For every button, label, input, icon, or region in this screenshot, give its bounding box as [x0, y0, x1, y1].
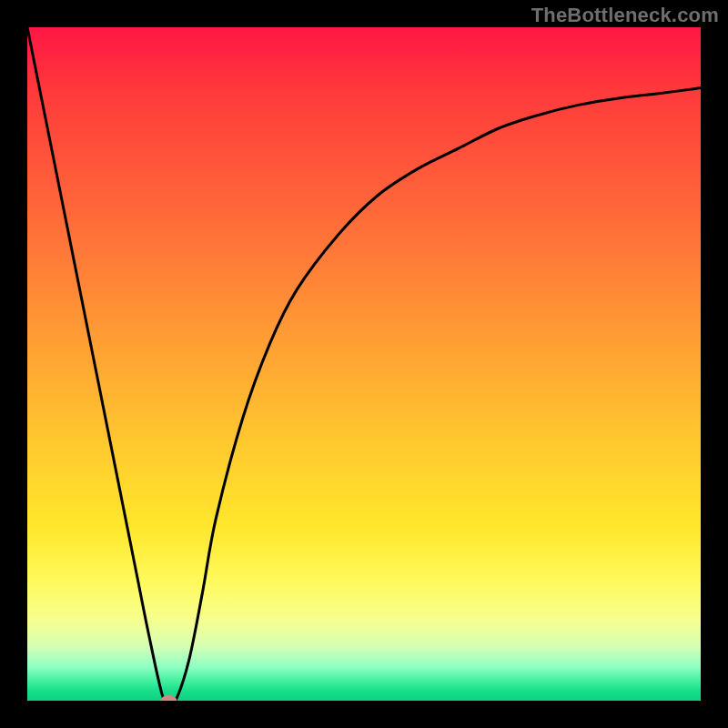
- bottleneck-curve: [27, 27, 701, 701]
- curve-svg: [27, 27, 701, 701]
- minimum-marker: [160, 695, 177, 701]
- plot-area: [27, 27, 701, 701]
- chart-frame: TheBottleneck.com: [0, 0, 728, 728]
- watermark-text: TheBottleneck.com: [531, 4, 719, 27]
